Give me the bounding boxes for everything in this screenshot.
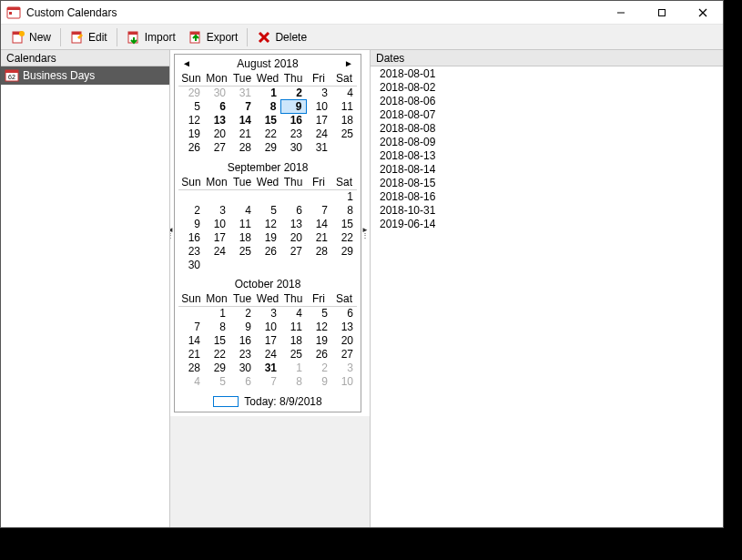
day-cell[interactable]: 1 bbox=[255, 87, 280, 100]
day-cell[interactable]: 2 bbox=[178, 203, 204, 217]
day-cell[interactable]: 4 bbox=[229, 203, 255, 217]
day-cell[interactable]: 29 bbox=[178, 87, 204, 100]
close-button[interactable] bbox=[682, 1, 723, 24]
day-cell[interactable]: 9 bbox=[178, 217, 204, 230]
day-cell[interactable]: 29 bbox=[255, 141, 280, 155]
day-cell[interactable]: 8 bbox=[331, 203, 357, 217]
scroll-nib-left[interactable]: ◄⋮ bbox=[170, 228, 174, 239]
date-item[interactable]: 2018-08-08 bbox=[371, 121, 723, 135]
date-item[interactable]: 2018-08-09 bbox=[371, 135, 723, 148]
day-cell[interactable]: 19 bbox=[255, 230, 280, 244]
day-cell[interactable]: 31 bbox=[306, 141, 331, 155]
day-cell[interactable]: 1 bbox=[280, 361, 306, 375]
export-button[interactable]: Export bbox=[182, 27, 245, 47]
day-cell[interactable]: 21 bbox=[229, 127, 255, 141]
day-cell[interactable]: 6 bbox=[331, 307, 357, 321]
day-cell[interactable]: 11 bbox=[229, 217, 255, 230]
day-cell[interactable]: 16 bbox=[280, 114, 306, 127]
day-cell[interactable]: 12 bbox=[306, 321, 331, 334]
day-cell[interactable]: 30 bbox=[229, 361, 255, 375]
day-cell[interactable]: 6 bbox=[229, 375, 255, 389]
day-cell[interactable]: 14 bbox=[229, 114, 255, 127]
day-cell[interactable]: 2 bbox=[280, 87, 306, 100]
day-cell[interactable]: 21 bbox=[178, 348, 204, 361]
day-cell[interactable]: 24 bbox=[255, 348, 280, 361]
day-cell[interactable]: 30 bbox=[178, 258, 204, 271]
day-cell[interactable]: 13 bbox=[204, 114, 229, 127]
day-cell[interactable]: 30 bbox=[280, 141, 306, 155]
day-cell[interactable]: 11 bbox=[331, 100, 357, 114]
day-cell[interactable]: 4 bbox=[280, 307, 306, 321]
day-cell[interactable]: 23 bbox=[178, 244, 204, 258]
month-grid[interactable]: SunMonTueWedThuFriSat1234567891011121314… bbox=[178, 175, 357, 272]
day-cell[interactable]: 4 bbox=[178, 375, 204, 389]
import-button[interactable]: Import bbox=[120, 27, 182, 47]
calendars-list[interactable]: 62Business Days bbox=[1, 66, 169, 527]
date-item[interactable]: 2018-08-02 bbox=[371, 80, 723, 94]
day-cell[interactable]: 6 bbox=[280, 203, 306, 217]
edit-button[interactable]: Edit bbox=[64, 27, 114, 47]
day-cell[interactable]: 28 bbox=[306, 244, 331, 258]
day-cell[interactable]: 1 bbox=[331, 189, 357, 203]
day-cell[interactable]: 22 bbox=[331, 230, 357, 244]
day-cell[interactable]: 6 bbox=[204, 100, 229, 114]
day-cell[interactable]: 7 bbox=[178, 321, 204, 334]
day-cell[interactable]: 10 bbox=[331, 375, 357, 389]
day-cell[interactable]: 15 bbox=[331, 217, 357, 230]
day-cell[interactable]: 17 bbox=[255, 334, 280, 348]
today-link[interactable]: Today: 8/9/2018 bbox=[175, 392, 361, 412]
day-cell[interactable]: 23 bbox=[280, 127, 306, 141]
day-cell[interactable]: 27 bbox=[280, 244, 306, 258]
day-cell[interactable]: 7 bbox=[229, 100, 255, 114]
day-cell[interactable]: 30 bbox=[204, 87, 229, 100]
day-cell[interactable]: 25 bbox=[229, 244, 255, 258]
day-cell[interactable]: 10 bbox=[306, 100, 331, 114]
day-cell[interactable]: 19 bbox=[178, 127, 204, 141]
day-cell[interactable]: 28 bbox=[178, 361, 204, 375]
day-cell[interactable]: 21 bbox=[306, 230, 331, 244]
day-cell[interactable]: 22 bbox=[204, 348, 229, 361]
date-item[interactable]: 2018-08-13 bbox=[371, 148, 723, 162]
day-cell[interactable]: 9 bbox=[229, 321, 255, 334]
day-cell[interactable]: 26 bbox=[255, 244, 280, 258]
day-cell[interactable]: 7 bbox=[306, 203, 331, 217]
day-cell[interactable]: 18 bbox=[331, 114, 357, 127]
calendar-list-item[interactable]: 62Business Days bbox=[1, 66, 169, 85]
day-cell[interactable]: 15 bbox=[255, 114, 280, 127]
day-cell[interactable]: 5 bbox=[255, 203, 280, 217]
day-cell[interactable]: 4 bbox=[331, 87, 357, 100]
day-cell[interactable]: 3 bbox=[255, 307, 280, 321]
day-cell[interactable]: 26 bbox=[306, 348, 331, 361]
maximize-button[interactable] bbox=[641, 1, 682, 24]
day-cell[interactable]: 5 bbox=[204, 375, 229, 389]
day-cell[interactable]: 10 bbox=[255, 321, 280, 334]
minimize-button[interactable] bbox=[600, 1, 641, 24]
day-cell[interactable]: 20 bbox=[331, 334, 357, 348]
day-cell[interactable]: 25 bbox=[280, 348, 306, 361]
day-cell[interactable]: 5 bbox=[306, 307, 331, 321]
day-cell[interactable]: 23 bbox=[229, 348, 255, 361]
day-cell[interactable]: 31 bbox=[229, 87, 255, 100]
dates-list[interactable]: 2018-08-012018-08-022018-08-062018-08-07… bbox=[371, 66, 723, 527]
day-cell[interactable]: 8 bbox=[280, 375, 306, 389]
day-cell[interactable]: 2 bbox=[306, 361, 331, 375]
day-cell[interactable]: 7 bbox=[255, 375, 280, 389]
day-cell[interactable]: 14 bbox=[178, 334, 204, 348]
day-cell[interactable]: 27 bbox=[204, 141, 229, 155]
day-cell[interactable]: 3 bbox=[204, 203, 229, 217]
day-cell[interactable]: 13 bbox=[280, 217, 306, 230]
day-cell[interactable]: 25 bbox=[331, 127, 357, 141]
day-cell[interactable]: 19 bbox=[306, 334, 331, 348]
day-cell[interactable]: 12 bbox=[178, 114, 204, 127]
day-cell[interactable]: 3 bbox=[331, 361, 357, 375]
day-cell[interactable]: 15 bbox=[204, 334, 229, 348]
day-cell[interactable]: 24 bbox=[204, 244, 229, 258]
day-cell[interactable]: 12 bbox=[255, 217, 280, 230]
new-button[interactable]: New bbox=[5, 27, 57, 47]
date-item[interactable]: 2018-08-16 bbox=[371, 189, 723, 203]
day-cell[interactable]: 29 bbox=[331, 244, 357, 258]
day-cell[interactable]: 22 bbox=[255, 127, 280, 141]
scroll-nib-right[interactable]: ►⋮ bbox=[361, 228, 369, 239]
date-item[interactable]: 2018-08-15 bbox=[371, 176, 723, 189]
day-cell[interactable]: 31 bbox=[255, 361, 280, 375]
